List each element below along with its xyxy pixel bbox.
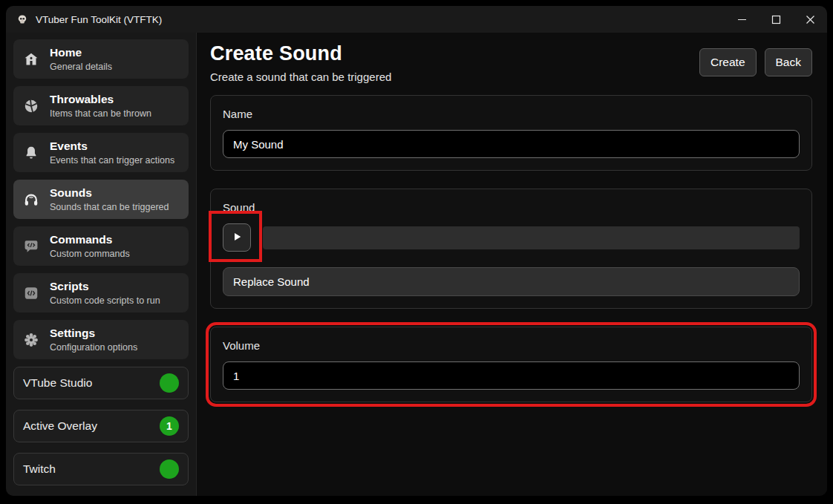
- page-header: Create Sound Create a sound that can be …: [210, 42, 812, 83]
- sidebar-item-description: Custom code scripts to run: [50, 295, 160, 306]
- sidebar-item-description: Items that can be thrown: [50, 108, 151, 119]
- name-label: Name: [223, 108, 800, 120]
- status-vtube-studio: VTube Studio: [13, 367, 189, 399]
- sidebar-item-description: Configuration options: [50, 342, 137, 353]
- sidebar-item-label: Scripts: [50, 280, 160, 293]
- header-actions: Create Back: [699, 42, 812, 76]
- status-label: VTube Studio: [23, 376, 92, 390]
- headphones-icon: [22, 191, 40, 209]
- home-icon: [22, 50, 40, 68]
- replace-sound-button[interactable]: Replace Sound: [223, 267, 800, 296]
- close-button[interactable]: [793, 6, 827, 33]
- sound-section: Sound Replace Sound: [210, 189, 812, 309]
- volume-input[interactable]: [223, 361, 800, 390]
- sidebar-item-settings[interactable]: Settings Configuration options: [13, 320, 189, 359]
- window-controls: [725, 6, 827, 33]
- minimize-button[interactable]: [725, 6, 759, 33]
- status-indicator-badge: 1: [160, 416, 179, 436]
- sidebar-item-events[interactable]: Events Events that can trigger actions: [13, 133, 189, 172]
- bell-icon: [22, 144, 40, 162]
- sidebar-item-scripts[interactable]: Scripts Custom code scripts to run: [13, 273, 189, 312]
- sidebar-item-commands[interactable]: Commands Custom commands: [13, 226, 189, 266]
- volume-section: Volume: [210, 327, 812, 402]
- back-button[interactable]: Back: [765, 48, 812, 76]
- main-panel: Create Sound Create a sound that can be …: [197, 33, 827, 496]
- name-section: Name: [210, 95, 812, 171]
- sidebar-item-label: Sounds: [50, 186, 169, 200]
- sound-seek-bar[interactable]: [263, 226, 800, 249]
- titlebar: VTuber Fun ToolKit (VTFTK): [6, 6, 827, 33]
- code-bubble-icon: [22, 238, 40, 255]
- status-indicator-dot: [160, 459, 179, 479]
- name-input[interactable]: [223, 130, 800, 158]
- ball-icon: [22, 97, 40, 115]
- sidebar-item-label: Settings: [50, 327, 137, 340]
- app-logo-icon: [16, 13, 28, 25]
- sidebar: Home General details Throwables Items th…: [6, 33, 197, 496]
- sound-label: Sound: [223, 201, 800, 214]
- status-label: Twitch: [23, 462, 56, 476]
- status-label: Active Overlay: [23, 419, 97, 433]
- sidebar-item-throwables[interactable]: Throwables Items that can be thrown: [13, 86, 189, 125]
- window-title: VTuber Fun ToolKit (VTFTK): [36, 14, 162, 25]
- status-twitch: Twitch: [13, 453, 189, 485]
- play-sound-button[interactable]: [223, 223, 251, 252]
- create-button[interactable]: Create: [699, 48, 757, 76]
- sidebar-item-label: Throwables: [50, 93, 151, 106]
- code-square-icon: [22, 284, 40, 302]
- maximize-button[interactable]: [759, 6, 793, 33]
- sidebar-item-description: Sounds that can be triggered: [50, 202, 169, 212]
- sidebar-item-label: Events: [50, 140, 174, 153]
- gear-icon: [22, 331, 40, 349]
- page-title: Create Sound: [210, 42, 391, 65]
- sidebar-item-home[interactable]: Home General details: [13, 39, 189, 79]
- page-subtitle: Create a sound that can be triggered: [210, 71, 391, 83]
- sidebar-item-description: Events that can trigger actions: [50, 155, 174, 166]
- sidebar-item-label: Commands: [50, 233, 130, 246]
- sidebar-item-sounds[interactable]: Sounds Sounds that can be triggered: [13, 180, 189, 219]
- volume-label: Volume: [223, 339, 800, 352]
- content-area: Home General details Throwables Items th…: [6, 33, 827, 496]
- app-window: VTuber Fun ToolKit (VTFTK): [6, 6, 827, 496]
- sidebar-item-description: General details: [50, 62, 112, 72]
- play-icon: [230, 230, 244, 246]
- status-active-overlay: Active Overlay 1: [13, 410, 189, 442]
- sidebar-item-label: Home: [50, 46, 112, 59]
- status-indicator-dot: [160, 373, 179, 393]
- sidebar-item-description: Custom commands: [50, 249, 130, 259]
